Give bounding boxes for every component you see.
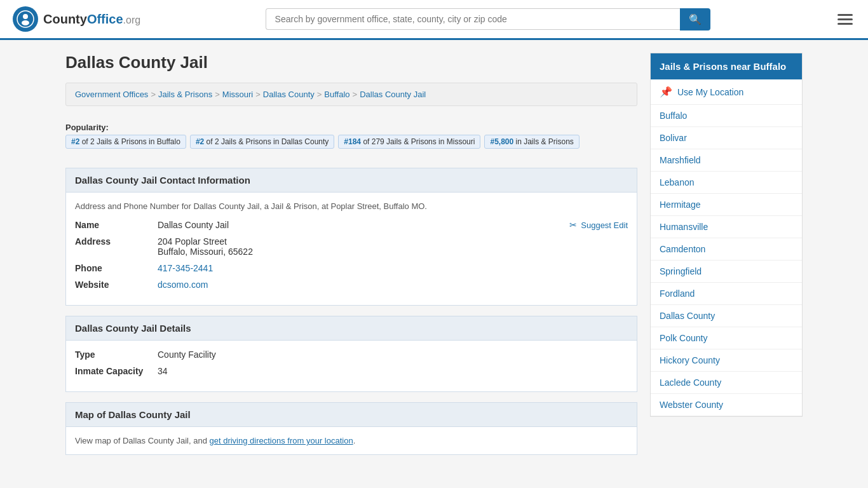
- main-container: Dallas County Jail Government Offices > …: [53, 40, 815, 478]
- list-item: Hermitage: [651, 194, 802, 216]
- inmate-label: Inmate Capacity: [75, 366, 158, 376]
- list-item: Laclede County: [651, 372, 802, 394]
- address-line2: Buffalo, Missouri, 65622: [158, 247, 569, 257]
- phone-value: 417-345-2441: [158, 263, 569, 273]
- list-item: Bolivar: [651, 127, 802, 149]
- search-icon: 🔍: [689, 14, 702, 25]
- menu-line: [837, 18, 853, 20]
- name-row: Name Dallas County Jail: [75, 220, 569, 230]
- use-my-location-link[interactable]: Use My Location: [677, 87, 743, 97]
- sidebar-title: Jails & Prisons near Buffalo: [651, 53, 802, 79]
- inmate-row: Inmate Capacity 34: [75, 366, 628, 376]
- list-item: Lebanon: [651, 172, 802, 194]
- menu-line: [837, 23, 853, 25]
- sidebar-link-bolivar[interactable]: Bolivar: [651, 127, 802, 149]
- list-item: Webster County: [651, 394, 802, 416]
- sidebar-link-hickory-county[interactable]: Hickory County: [651, 349, 802, 371]
- contact-section: Dallas County Jail Contact Information A…: [65, 168, 637, 306]
- sidebar-link-marshfield[interactable]: Marshfield: [651, 149, 802, 171]
- pop-badge-1: #2 of 2 Jails & Prisons in Buffalo: [65, 135, 186, 149]
- details-section: Dallas County Jail Details Type County F…: [65, 316, 637, 392]
- sidebar-link-dallas-county[interactable]: Dallas County: [651, 305, 802, 327]
- map-section: Map of Dallas County Jail View map of Da…: [65, 402, 637, 455]
- address-line1: 204 Poplar Street: [158, 236, 569, 247]
- contact-fields: Name Dallas County Jail Address 204 Popl…: [75, 220, 569, 296]
- sidebar-link-buffalo[interactable]: Buffalo: [651, 105, 802, 126]
- pop-badge-3: #184 of 279 Jails & Prisons in Missouri: [338, 135, 480, 149]
- type-value: County Facility: [158, 349, 628, 360]
- sidebar-link-laclede-county[interactable]: Laclede County: [651, 372, 802, 393]
- search-button[interactable]: 🔍: [680, 8, 710, 30]
- pop-badge-4: #5,800 in Jails & Prisons: [484, 135, 579, 149]
- breadcrumb-link-dallas-county[interactable]: Dallas County: [263, 90, 315, 99]
- content-area: Dallas County Jail Government Offices > …: [65, 53, 637, 465]
- map-description: View map of Dallas County Jail, and get …: [75, 436, 628, 445]
- sidebar-link-webster-county[interactable]: Webster County: [651, 394, 802, 416]
- sidebar: Jails & Prisons near Buffalo 📌 Use My Lo…: [650, 53, 803, 465]
- breadcrumb-sep: >: [255, 90, 261, 99]
- logo-text: CountyOffice.org: [43, 12, 140, 27]
- address-label: Address: [75, 236, 158, 247]
- website-row: Website dcsomo.com: [75, 280, 569, 290]
- inmate-value: 34: [158, 366, 628, 376]
- breadcrumb-sep: >: [353, 90, 358, 99]
- contact-description: Address and Phone Number for Dallas Coun…: [75, 201, 628, 211]
- map-section-body: View map of Dallas County Jail, and get …: [65, 427, 637, 455]
- list-item: Marshfield: [651, 149, 802, 172]
- list-item: Buffalo: [651, 105, 802, 127]
- website-value: dcsomo.com: [158, 280, 569, 290]
- sidebar-link-camdenton[interactable]: Camdenton: [651, 238, 802, 260]
- phone-link[interactable]: 417-345-2441: [158, 263, 213, 273]
- suggest-edit-area: Name Dallas County Jail Address 204 Popl…: [75, 220, 628, 296]
- search-input[interactable]: [266, 8, 680, 30]
- list-item: Humansville: [651, 216, 802, 238]
- suggest-edit-button[interactable]: ✂ Suggest Edit: [569, 220, 628, 230]
- page-title: Dallas County Jail: [65, 53, 637, 72]
- edit-icon: ✂: [569, 220, 577, 230]
- sidebar-link-hermitage[interactable]: Hermitage: [651, 194, 802, 215]
- details-section-body: Type County Facility Inmate Capacity 34: [65, 341, 637, 392]
- breadcrumb-link-gov[interactable]: Government Offices: [75, 90, 148, 99]
- sidebar-box: Jails & Prisons near Buffalo 📌 Use My Lo…: [650, 53, 803, 417]
- list-item: Dallas County: [651, 305, 802, 327]
- sidebar-link-fordland[interactable]: Fordland: [651, 283, 802, 304]
- website-label: Website: [75, 280, 158, 290]
- breadcrumb: Government Offices > Jails & Prisons > M…: [65, 83, 637, 106]
- website-link[interactable]: dcsomo.com: [158, 280, 208, 290]
- sidebar-link-humansville[interactable]: Humansville: [651, 216, 802, 238]
- breadcrumb-link-buffalo[interactable]: Buffalo: [324, 90, 349, 99]
- sidebar-link-springfield[interactable]: Springfield: [651, 261, 802, 282]
- contact-section-header: Dallas County Jail Contact Information: [65, 168, 637, 193]
- sidebar-link-lebanon[interactable]: Lebanon: [651, 172, 802, 193]
- menu-line: [837, 14, 853, 16]
- location-icon: 📌: [660, 86, 672, 98]
- sidebar-link-polk-county[interactable]: Polk County: [651, 327, 802, 349]
- details-section-header: Dallas County Jail Details: [65, 316, 637, 341]
- name-label: Name: [75, 220, 158, 230]
- popularity-items: #2 of 2 Jails & Prisons in Buffalo #2 of…: [65, 135, 637, 149]
- breadcrumb-sep: >: [317, 90, 322, 99]
- list-item: Springfield: [651, 261, 802, 283]
- svg-point-1: [23, 14, 28, 19]
- name-value: Dallas County Jail: [158, 220, 569, 230]
- driving-directions-link[interactable]: get driving directions from your locatio…: [209, 436, 353, 445]
- suggest-edit-label: Suggest Edit: [581, 220, 628, 230]
- breadcrumb-link-current[interactable]: Dallas County Jail: [360, 90, 426, 99]
- site-header: CountyOffice.org 🔍: [0, 0, 868, 40]
- list-item: Fordland: [651, 283, 802, 305]
- breadcrumb-sep: >: [215, 90, 220, 99]
- list-item: Polk County: [651, 327, 802, 349]
- sidebar-location: 📌 Use My Location: [651, 79, 802, 105]
- type-row: Type County Facility: [75, 349, 628, 360]
- logo-area: CountyOffice.org: [13, 6, 140, 32]
- phone-row: Phone 417-345-2441: [75, 263, 569, 273]
- address-row: Address 204 Poplar Street Buffalo, Misso…: [75, 236, 569, 257]
- address-value: 204 Poplar Street Buffalo, Missouri, 656…: [158, 236, 569, 257]
- sidebar-list: Buffalo Bolivar Marshfield Lebanon Hermi…: [651, 105, 802, 416]
- map-section-header: Map of Dallas County Jail: [65, 402, 637, 427]
- menu-button[interactable]: [835, 11, 855, 27]
- map-desc-before: View map of Dallas County Jail, and: [75, 436, 209, 445]
- breadcrumb-link-missouri[interactable]: Missouri: [222, 90, 253, 99]
- breadcrumb-link-jails[interactable]: Jails & Prisons: [158, 90, 212, 99]
- pop-badge-2: #2 of 2 Jails & Prisons in Dallas County: [190, 135, 334, 149]
